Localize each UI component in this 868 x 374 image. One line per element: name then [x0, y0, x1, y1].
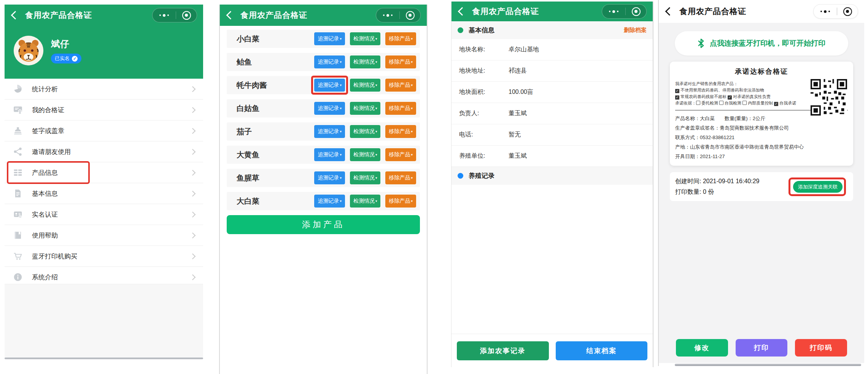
- test-status-button[interactable]: 检测情况▾: [350, 79, 381, 92]
- button-label: 追溯记录: [318, 198, 339, 204]
- checked-checkbox-icon: ✓: [675, 95, 679, 100]
- remove-product-button[interactable]: 移除产品▾: [385, 195, 416, 208]
- sidebar-item-document[interactable]: 基本信息: [5, 183, 203, 204]
- caret-down-icon: ▾: [375, 199, 377, 203]
- page-title: 食用农产品合格证: [240, 10, 307, 21]
- close-circle-icon[interactable]: [632, 7, 641, 16]
- field-label: 地块面积:: [459, 88, 509, 96]
- delete-archive-link[interactable]: 删除档案: [624, 27, 647, 34]
- test-status-button[interactable]: 检测情况▾: [350, 171, 381, 184]
- sidebar-item-label: 系统介绍: [32, 273, 58, 282]
- field-row: 养殖单位:董玉斌: [451, 146, 653, 167]
- test-status-button[interactable]: 检测情况▾: [350, 125, 381, 138]
- print-count-line: 打印数量: 0 份: [675, 187, 793, 197]
- trace-link-wrap: 添加深度追溯关联: [793, 183, 843, 190]
- blue-dot-icon: [458, 173, 463, 179]
- print-meta-lines: 创建时间: 2021-09-01 16:40:29 打印数量: 0 份: [675, 176, 793, 197]
- sidebar-item-label: 统计分析: [32, 85, 58, 94]
- end-archive-button[interactable]: 结束档案: [556, 341, 648, 360]
- remove-product-button[interactable]: 移除产品▾: [385, 148, 416, 161]
- button-label: 检测情况: [353, 35, 375, 42]
- trace-record-button[interactable]: 追溯记录▾: [314, 55, 345, 68]
- chevron-right-icon: [190, 190, 196, 197]
- back-icon[interactable]: [665, 7, 674, 16]
- remove-product-button[interactable]: 移除产品▾: [385, 55, 416, 68]
- add-product-button[interactable]: 添加产品: [227, 215, 420, 234]
- bluetooth-icon: [698, 38, 704, 48]
- sidebar-item-stamp[interactable]: 签字或盖章: [5, 120, 203, 141]
- remove-product-button[interactable]: 移除产品▾: [385, 171, 416, 184]
- trace-record-button[interactable]: 追溯记录▾: [314, 195, 345, 208]
- home-indicator: [5, 357, 203, 359]
- sidebar-item-id-card[interactable]: 实名认证: [5, 204, 203, 225]
- trace-record-button[interactable]: 追溯记录▾: [314, 171, 345, 184]
- field-label: 养殖单位:: [459, 152, 509, 160]
- button-label: 追溯记录: [318, 151, 339, 158]
- sidebar-item-cart[interactable]: 蓝牙打印机购买: [5, 246, 203, 267]
- sidebar-item-certificate[interactable]: 我的合格证: [5, 100, 203, 120]
- more-icon[interactable]: [382, 14, 394, 17]
- bluetooth-connect-button[interactable]: 点我连接蓝牙打印机，即可开始打印: [675, 31, 848, 55]
- close-circle-icon[interactable]: [182, 11, 191, 20]
- certificate-icon: [13, 105, 23, 115]
- add-farm-record-button[interactable]: 添加农事记录: [457, 341, 549, 360]
- remove-product-button[interactable]: 移除产品▾: [385, 79, 416, 92]
- trace-record-button[interactable]: 追溯记录▾: [314, 102, 345, 115]
- more-icon[interactable]: [608, 10, 620, 13]
- remove-product-button[interactable]: 移除产品▾: [385, 125, 416, 138]
- panel-archive-detail: 食用农产品合格证 基本信息 删除档案 地块名称:卓尔山基地地块地址:祁连县地块面…: [451, 2, 653, 367]
- bluetooth-button-label: 点我连接蓝牙打印机，即可开始打印: [710, 38, 825, 48]
- more-icon[interactable]: [159, 14, 170, 17]
- test-status-button[interactable]: 检测情况▾: [350, 102, 381, 115]
- button-label: 移除产品: [389, 128, 410, 135]
- back-icon[interactable]: [11, 11, 20, 20]
- sidebar-item-label: 实名认证: [32, 210, 58, 219]
- trace-record-button[interactable]: 追溯记录▾: [314, 79, 345, 92]
- page-title: 食用农产品合格证: [679, 6, 746, 17]
- sidebar-item-share[interactable]: 邀请朋友使用: [5, 141, 203, 162]
- edit-button[interactable]: 修改: [676, 339, 728, 357]
- print-button[interactable]: 打印: [736, 339, 788, 357]
- sidebar-item-pie-chart[interactable]: 统计分析: [5, 79, 203, 100]
- panel-profile-menu: 食用农产品合格证: [5, 5, 203, 360]
- button-label: 追溯记录: [318, 82, 339, 89]
- test-status-button[interactable]: 检测情况▾: [350, 32, 381, 45]
- more-icon[interactable]: [820, 10, 831, 13]
- caret-down-icon: ▾: [340, 130, 342, 133]
- pie-chart-icon: [13, 84, 23, 94]
- trace-record-button[interactable]: 追溯记录▾: [314, 148, 345, 161]
- section-basic-label: 基本信息: [469, 26, 624, 35]
- sidebar-item-product-grid[interactable]: 产品信息: [5, 162, 203, 183]
- remove-product-button[interactable]: 移除产品▾: [385, 102, 416, 115]
- close-circle-icon[interactable]: [406, 11, 415, 20]
- close-circle-icon[interactable]: [843, 7, 852, 16]
- avatar[interactable]: [14, 36, 43, 65]
- field-value: 董玉斌: [509, 152, 527, 160]
- certificate-info-line: 生产者盖章或签名：青岛贸商数据技术服务有限公司: [675, 123, 848, 133]
- capsule-menu: [602, 4, 647, 19]
- back-icon[interactable]: [226, 11, 235, 20]
- profile-block: 斌仔 已实名 ✓: [5, 26, 203, 65]
- add-deep-trace-button[interactable]: 添加深度追溯关联: [793, 181, 843, 193]
- field-label: 地块名称:: [459, 46, 509, 54]
- sidebar-item-label: 使用帮助: [32, 231, 58, 240]
- sidebar-item-book[interactable]: 使用帮助: [5, 225, 203, 246]
- print-count-value: 0 份: [703, 189, 714, 195]
- print-code-button[interactable]: 打印码: [795, 339, 847, 357]
- trace-record-button[interactable]: 追溯记录▾: [314, 125, 345, 138]
- created-time-value: 2021-09-01 16:40:29: [703, 178, 760, 184]
- test-status-button[interactable]: 检测情况▾: [350, 55, 381, 68]
- chevron-right-icon: [190, 86, 196, 92]
- remove-product-button[interactable]: 移除产品▾: [385, 32, 416, 45]
- product-name: 白姑鱼: [237, 103, 309, 114]
- empty-checkbox-icon: [696, 101, 700, 105]
- test-status-button[interactable]: 检测情况▾: [350, 148, 381, 161]
- caret-down-icon: ▾: [411, 60, 413, 64]
- back-icon[interactable]: [458, 7, 467, 16]
- product-name: 茄子: [237, 127, 309, 137]
- chevron-right-icon: [190, 149, 196, 155]
- trace-record-button[interactable]: 追溯记录▾: [314, 32, 345, 45]
- caret-down-icon: ▾: [340, 60, 342, 64]
- test-status-button[interactable]: 检测情况▾: [350, 195, 381, 208]
- empty-checkbox-icon: [742, 101, 747, 105]
